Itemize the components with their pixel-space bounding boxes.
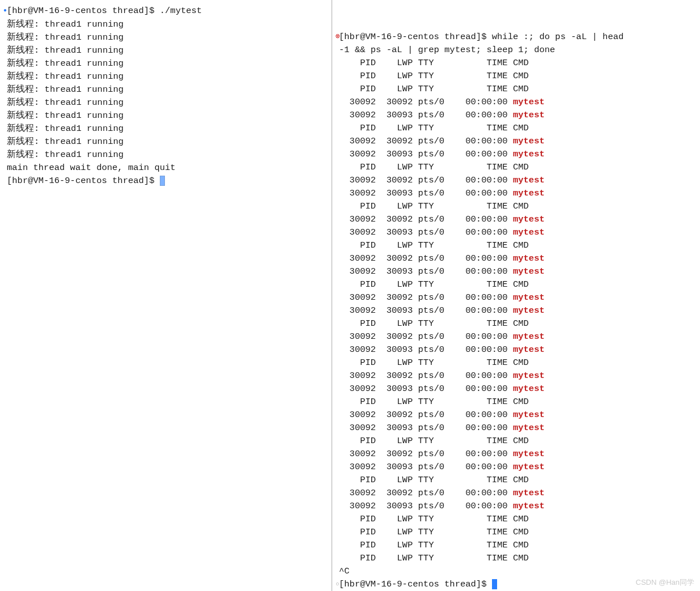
command-text: ./mytest <box>160 6 202 16</box>
cursor <box>160 176 165 186</box>
ps-row-text: 30092 30092 pts/0 00:00:00 <box>339 214 513 224</box>
ps-row-text: 30092 30092 pts/0 00:00:00 <box>339 331 513 342</box>
shell-prompt: [hbr@VM-16-9-centos thread]$ <box>7 176 160 186</box>
thread-label: 新线程: <box>7 137 45 147</box>
shell-prompt: [hbr@VM-16-9-centos thread]$ <box>339 32 492 42</box>
output-line: 新线程: thread1 running <box>3 31 328 44</box>
thread-message: thread1 running <box>45 150 124 160</box>
thread-message: thread1 running <box>45 124 124 134</box>
ps-header-text: PID LWP TTY TIME CMD <box>339 71 529 81</box>
ps-row: 30092 30093 pts/0 00:00:00 mytest <box>336 187 697 200</box>
ps-row: 30092 30092 pts/0 00:00:00 mytest <box>336 369 697 382</box>
ps-row-text: 30092 30093 pts/0 00:00:00 <box>339 384 513 394</box>
ps-row-text: 30092 30092 pts/0 00:00:00 <box>339 488 513 498</box>
right-terminal[interactable]: [hbr@VM-16-9-centos thread]$ while :; do… <box>332 0 700 591</box>
ps-header-text: PID LWP TTY TIME CMD <box>339 514 529 524</box>
ps-header-text: PID LWP TTY TIME CMD <box>339 397 529 407</box>
ps-row: 30092 30093 pts/0 00:00:00 mytest <box>336 304 697 317</box>
ps-row-text: 30092 30092 pts/0 00:00:00 <box>339 449 513 459</box>
thread-label: 新线程: <box>7 97 45 108</box>
thread-label: 新线程: <box>7 124 45 134</box>
thread-label: 新线程: <box>7 45 45 56</box>
ps-row-text: 30092 30092 pts/0 00:00:00 <box>339 410 513 420</box>
grep-match: mytest <box>513 97 545 107</box>
ps-row-text: 30092 30093 pts/0 00:00:00 <box>339 501 513 511</box>
thread-label: 新线程: <box>7 150 45 160</box>
grep-match: mytest <box>513 227 545 237</box>
output-line: 新线程: thread1 running <box>3 18 328 31</box>
ps-header: PID LWP TTY TIME CMD <box>336 356 697 369</box>
prompt-line: [hbr@VM-16-9-centos thread]$ <box>3 175 328 188</box>
thread-message: thread1 running <box>45 84 124 95</box>
ps-header-text: PID LWP TTY TIME CMD <box>339 123 529 133</box>
ps-row: 30092 30092 pts/0 00:00:00 mytest <box>336 330 697 343</box>
shell-prompt: [hbr@VM-16-9-centos thread]$ <box>339 579 492 589</box>
ps-row-text: 30092 30093 pts/0 00:00:00 <box>339 462 513 472</box>
ps-row-text: 30092 30092 pts/0 00:00:00 <box>339 253 513 263</box>
output-line: 新线程: thread1 running <box>3 122 328 135</box>
ps-row: 30092 30092 pts/0 00:00:00 mytest <box>336 213 697 226</box>
command-text: while :; do ps -aL | head <box>492 32 624 42</box>
ps-header-text: PID LWP TTY TIME CMD <box>339 240 529 250</box>
ps-row: 30092 30093 pts/0 00:00:00 mytest <box>336 343 697 356</box>
interrupt-text: ^C <box>339 566 350 576</box>
output-line: main thread wait done, main quit <box>3 161 328 175</box>
watermark: CSDN @Han同学 <box>636 576 695 589</box>
ps-row: 30092 30092 pts/0 00:00:00 mytest <box>336 291 697 304</box>
grep-match: mytest <box>513 175 545 185</box>
output-line: 新线程: thread1 running <box>3 135 328 148</box>
thread-message: thread1 running <box>45 45 124 56</box>
command-text: -1 && ps -aL | grep mytest; sleep 1; don… <box>339 45 555 55</box>
grep-match: mytest <box>513 253 545 263</box>
ps-header: PID LWP TTY TIME CMD <box>336 317 697 330</box>
grep-match: mytest <box>513 149 545 159</box>
thread-message: thread1 running <box>45 19 124 29</box>
ps-row-text: 30092 30093 pts/0 00:00:00 <box>339 110 513 120</box>
thread-message: thread1 running <box>45 32 124 42</box>
ps-header-text: PID LWP TTY TIME CMD <box>339 318 529 329</box>
thread-message: thread1 running <box>45 137 124 147</box>
ps-row: 30092 30092 pts/0 00:00:00 mytest <box>336 96 697 109</box>
prompt-cont: -1 && ps -aL | grep mytest; sleep 1; don… <box>336 44 697 57</box>
grep-match: mytest <box>513 305 545 316</box>
ps-header-text: PID LWP TTY TIME CMD <box>339 475 529 485</box>
cursor <box>492 579 497 589</box>
ps-row: 30092 30093 pts/0 00:00:00 mytest <box>336 265 697 278</box>
grep-match: mytest <box>513 214 545 224</box>
ps-header: PID LWP TTY TIME CMD <box>336 539 697 552</box>
grep-match: mytest <box>513 423 545 433</box>
ps-header-text: PID LWP TTY TIME CMD <box>339 201 529 211</box>
ps-header: PID LWP TTY TIME CMD <box>336 57 697 70</box>
ps-header-text: PID LWP TTY TIME CMD <box>339 358 529 368</box>
grep-match: mytest <box>513 384 545 394</box>
prompt-line: [hbr@VM-16-9-centos thread]$ ./mytest <box>3 5 328 18</box>
ps-header: PID LWP TTY TIME CMD <box>336 474 697 487</box>
ps-row: 30092 30093 pts/0 00:00:00 mytest <box>336 382 697 396</box>
ps-row: 30092 30093 pts/0 00:00:00 mytest <box>336 422 697 435</box>
grep-match: mytest <box>513 501 545 511</box>
ps-header: PID LWP TTY TIME CMD <box>336 396 697 409</box>
ps-header-text: PID LWP TTY TIME CMD <box>339 436 529 446</box>
left-terminal[interactable]: [hbr@VM-16-9-centos thread]$ ./mytest 新线… <box>0 0 332 591</box>
thread-label: 新线程: <box>7 71 45 82</box>
ps-row: 30092 30093 pts/0 00:00:00 mytest <box>336 500 697 513</box>
ps-row-text: 30092 30093 pts/0 00:00:00 <box>339 423 513 433</box>
ps-row-text: 30092 30093 pts/0 00:00:00 <box>339 227 513 237</box>
thread-message: thread1 running <box>45 58 124 69</box>
ps-header-text: PID LWP TTY TIME CMD <box>339 279 529 290</box>
grep-match: mytest <box>513 266 545 277</box>
thread-message: thread1 running <box>45 110 124 121</box>
ps-row: 30092 30093 pts/0 00:00:00 mytest <box>336 109 697 122</box>
grep-match: mytest <box>513 292 545 303</box>
ps-header: PID LWP TTY TIME CMD <box>336 83 697 96</box>
output-line: 新线程: thread1 running <box>3 57 328 70</box>
ps-header-text: PID LWP TTY TIME CMD <box>339 58 529 68</box>
ps-row-text: 30092 30093 pts/0 00:00:00 <box>339 188 513 198</box>
grep-match: mytest <box>513 136 545 146</box>
ps-row-text: 30092 30092 pts/0 00:00:00 <box>339 97 513 107</box>
ps-row-text: 30092 30092 pts/0 00:00:00 <box>339 136 513 146</box>
output-line: 新线程: thread1 running <box>3 44 328 57</box>
ps-header: PID LWP TTY TIME CMD <box>336 122 697 135</box>
ps-row: 30092 30092 pts/0 00:00:00 mytest <box>336 448 697 461</box>
ps-row-text: 30092 30092 pts/0 00:00:00 <box>339 292 513 303</box>
